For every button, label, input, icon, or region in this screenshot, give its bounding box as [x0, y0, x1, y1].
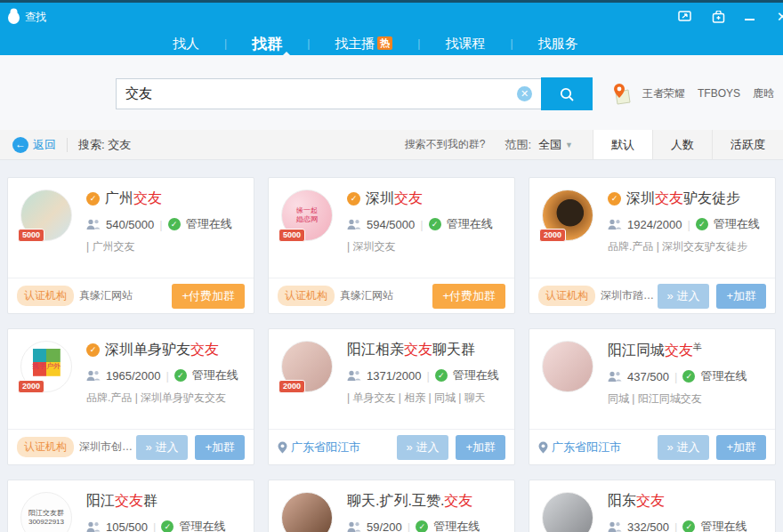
- group-card[interactable]: 携手户外 2000 ✓ 深圳单身驴友交友 1965/2000 | ✓ 管理在线 …: [7, 328, 254, 465]
- group-card[interactable]: 阳东交友 332/500 | ✓ 管理在线: [529, 480, 776, 532]
- verified-icon: ✓: [347, 192, 360, 206]
- group-avatar[interactable]: 2000: [542, 189, 595, 243]
- hot-search-area: 王者荣耀 TFBOYS 鹿晗: [610, 82, 783, 105]
- verified-icon: ✓: [86, 192, 100, 206]
- group-avatar[interactable]: 2000: [281, 341, 335, 394]
- hot-word[interactable]: 鹿晗: [753, 86, 774, 101]
- member-count: 59/200: [367, 520, 402, 532]
- enter-group-button[interactable]: » 进入: [658, 284, 710, 309]
- close-button[interactable]: ✕: [775, 10, 783, 24]
- certified-org-name: 真缘汇网站: [340, 288, 393, 303]
- cant-find-group-link[interactable]: 搜索不到我的群?: [405, 137, 486, 152]
- group-avatar[interactable]: [281, 492, 335, 532]
- join-group-button[interactable]: +加群: [195, 435, 245, 460]
- pay-join-button[interactable]: +付费加群: [432, 284, 505, 309]
- titlebar: 查找 ✕: [0, 5, 783, 28]
- group-avatar[interactable]: 5000: [20, 189, 74, 243]
- back-button[interactable]: ← 返回: [12, 137, 56, 153]
- group-title[interactable]: 深圳交友: [366, 189, 423, 208]
- search-input[interactable]: [125, 86, 517, 101]
- hot-word[interactable]: TFBOYS: [698, 87, 740, 100]
- member-count: 1924/2000: [627, 218, 682, 231]
- enter-group-button[interactable]: » 进入: [658, 435, 710, 460]
- enter-group-button[interactable]: » 进入: [397, 435, 449, 460]
- group-avatar[interactable]: [542, 341, 595, 394]
- pay-join-button[interactable]: +付费加群: [172, 284, 245, 309]
- online-check-icon: ✓: [435, 369, 448, 382]
- group-tags: | 单身交友 | 相亲 | 同城 | 聊天: [347, 391, 507, 406]
- group-tags: | 深圳交友: [347, 239, 507, 254]
- back-arrow-icon: ←: [12, 137, 28, 153]
- members-icon: [86, 370, 101, 382]
- capacity-badge: 5000: [278, 229, 305, 242]
- members-icon: [347, 370, 361, 382]
- window-title: 查找: [25, 10, 46, 25]
- members-icon: [608, 521, 622, 532]
- admin-online-status: 管理在线: [453, 367, 499, 383]
- member-count: 540/5000: [106, 218, 154, 231]
- verified-icon: ✓: [608, 192, 621, 206]
- group-title[interactable]: 阳东交友: [608, 492, 665, 511]
- tab-find-people[interactable]: 找人: [167, 36, 205, 52]
- magnifier-icon: [559, 86, 575, 102]
- search-section: ✕ 王者荣耀 TFBOYS 鹿晗: [0, 55, 783, 130]
- verified-icon: ✓: [86, 343, 100, 357]
- feedback-icon[interactable]: [677, 10, 691, 24]
- toolbox-icon[interactable]: [711, 10, 725, 24]
- group-location[interactable]: 广东省阳江市: [278, 439, 360, 455]
- group-title[interactable]: 阳江相亲交友聊天群: [347, 341, 475, 359]
- capacity-badge: 2000: [18, 380, 44, 393]
- group-avatar[interactable]: [542, 492, 595, 532]
- group-card[interactable]: 2000 阳江相亲交友聊天群 1371/2000 | ✓ 管理在线 | 单身交友…: [268, 328, 515, 465]
- sort-tab-activity[interactable]: 活跃度: [712, 130, 783, 159]
- join-group-button[interactable]: +加群: [716, 284, 766, 309]
- group-title[interactable]: 聊天.扩列.互赞.交友: [347, 492, 472, 511]
- group-location[interactable]: 广东省阳江市: [538, 439, 621, 455]
- sort-tab-default[interactable]: 默认: [593, 130, 652, 159]
- group-avatar[interactable]: 携手户外 2000: [20, 341, 74, 394]
- group-title[interactable]: 阳江交友群: [86, 492, 157, 511]
- join-group-button[interactable]: +加群: [456, 435, 505, 460]
- tab-find-courses[interactable]: 找课程: [440, 36, 490, 52]
- group-avatar[interactable]: 阳江交友群300922913: [20, 492, 74, 532]
- scope-dropdown[interactable]: 全国: [538, 137, 561, 153]
- avatar-text: 300922913: [28, 518, 64, 527]
- member-count: 332/500: [627, 520, 669, 532]
- group-title[interactable]: 阳江同城交友羊: [608, 341, 702, 360]
- sort-tab-members[interactable]: 人数: [652, 130, 712, 159]
- certified-org-badge: 认证机构: [17, 286, 74, 306]
- certified-org-badge: 认证机构: [538, 286, 595, 306]
- group-title[interactable]: 深圳交友驴友徒步: [626, 189, 740, 208]
- group-title[interactable]: 深圳单身驴友交友: [105, 341, 219, 359]
- group-card[interactable]: 2000 ✓ 深圳交友驴友徒步 1924/2000 | ✓ 管理在线 品牌.产品…: [529, 177, 776, 314]
- chevron-down-icon[interactable]: ▼: [565, 141, 573, 149]
- search-button[interactable]: [541, 77, 593, 110]
- join-group-button[interactable]: +加群: [716, 435, 766, 460]
- clear-search-icon[interactable]: ✕: [517, 86, 532, 101]
- tab-find-services[interactable]: 找服务: [533, 36, 584, 52]
- online-check-icon: ✓: [161, 520, 174, 532]
- hot-word[interactable]: 王者荣耀: [642, 86, 685, 101]
- avatar-text: 缘一起: [296, 206, 318, 215]
- tab-find-streamers[interactable]: 找主播热: [329, 36, 398, 52]
- enter-group-button[interactable]: » 进入: [136, 435, 189, 460]
- avatar-text: 携手户外: [32, 362, 61, 371]
- member-count: 105/500: [106, 520, 148, 532]
- group-tags: 同城 | 阳江同城交友: [608, 391, 768, 407]
- minimize-button[interactable]: [745, 12, 755, 22]
- nearby-map-pin-icon[interactable]: [610, 82, 632, 105]
- group-title[interactable]: 广州交友: [105, 189, 162, 208]
- scope-label: 范围:: [505, 137, 531, 153]
- group-card[interactable]: 阳江交友群300922913 阳江交友群 105/500 | ✓ 管理在线: [7, 480, 254, 532]
- group-card[interactable]: 缘一起婚恋网 5000 ✓ 深圳交友 594/5000 | ✓ 管理在线 | 深…: [268, 177, 515, 314]
- online-check-icon: ✓: [429, 218, 441, 230]
- group-results-grid: 5000 ✓ 广州交友 540/5000 | ✓ 管理在线 | 广州交友 认证机…: [7, 177, 776, 532]
- capacity-badge: 2000: [278, 380, 305, 393]
- group-card[interactable]: 阳江同城交友羊 437/500 | ✓ 管理在线 同城 | 阳江同城交友 广东省…: [529, 328, 776, 465]
- online-check-icon: ✓: [174, 369, 187, 382]
- group-card[interactable]: 5000 ✓ 广州交友 540/5000 | ✓ 管理在线 | 广州交友 认证机…: [7, 177, 254, 314]
- group-avatar[interactable]: 缘一起婚恋网 5000: [281, 189, 335, 243]
- location-pin-icon: [278, 441, 287, 454]
- admin-online-status: 管理在线: [700, 368, 747, 384]
- group-card[interactable]: 聊天.扩列.互赞.交友 59/200 | ✓ 管理在线: [268, 480, 515, 532]
